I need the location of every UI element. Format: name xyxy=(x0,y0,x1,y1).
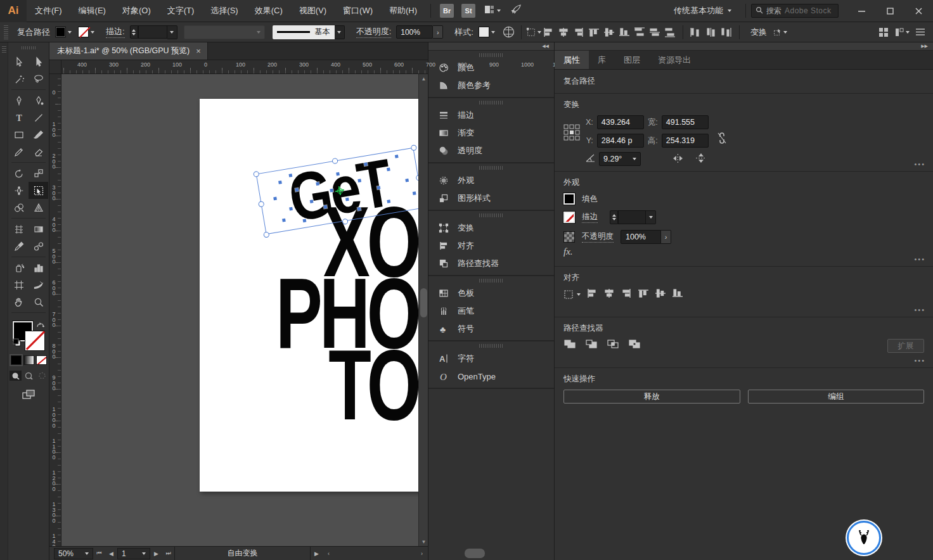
eyedropper-tool[interactable] xyxy=(9,238,29,255)
swap-fill-stroke-icon[interactable] xyxy=(36,321,44,333)
constrain-proportions-icon[interactable] xyxy=(717,132,727,146)
menu-4[interactable]: 选择(S) xyxy=(202,0,246,22)
panel-button-color-guide[interactable]: 颜色参考 xyxy=(428,77,554,94)
distribute-hc-button[interactable] xyxy=(704,25,718,39)
panel-group-grip[interactable] xyxy=(479,213,503,217)
anchor-point[interactable] xyxy=(310,200,314,203)
menu-6[interactable]: 视图(V) xyxy=(291,0,335,22)
recolor-artwork-icon[interactable] xyxy=(501,25,517,40)
reference-point-locator[interactable] xyxy=(563,124,580,143)
group-button[interactable]: 编组 xyxy=(748,390,925,404)
pathfinder-unite-button[interactable] xyxy=(563,339,576,351)
column-graph-tool[interactable] xyxy=(29,259,48,276)
anchor-point[interactable] xyxy=(278,181,282,184)
width-tool[interactable] xyxy=(9,182,29,199)
shape-mode-icon[interactable] xyxy=(876,25,891,40)
align-bottom-button[interactable] xyxy=(672,288,683,300)
anchor-point[interactable] xyxy=(316,182,319,186)
anchor-point[interactable] xyxy=(357,207,361,211)
stroke-weight-chevron[interactable] xyxy=(646,210,656,224)
panel-button-pathfinder-sq[interactable]: 路径查找器 xyxy=(428,255,554,272)
collapse-panels-header[interactable]: ◀◀ xyxy=(428,42,554,51)
anchor-point[interactable] xyxy=(282,219,286,222)
menu-1[interactable]: 编辑(E) xyxy=(70,0,114,22)
more-options-icon[interactable]: ••• xyxy=(914,306,925,314)
direct-selection-tool[interactable] xyxy=(29,53,48,70)
last-artboard-button[interactable]: ⏭ xyxy=(162,548,174,559)
stroke-stepper[interactable] xyxy=(610,210,618,224)
color-button[interactable] xyxy=(11,355,22,365)
share-button[interactable] xyxy=(506,0,527,22)
stroke-label[interactable]: 描边 xyxy=(582,212,598,223)
y-field[interactable]: 284.46 p xyxy=(597,134,644,148)
align-hcenter-button[interactable] xyxy=(603,288,615,300)
stroke-weight-field[interactable] xyxy=(138,25,167,39)
anchor-point[interactable] xyxy=(405,179,409,182)
fill-color-swatch[interactable] xyxy=(563,193,575,205)
panel-menu-icon[interactable] xyxy=(913,25,928,40)
pathfinder-exclude-button[interactable] xyxy=(628,339,641,351)
workspace-menu[interactable]: 传统基本功能 xyxy=(665,5,740,16)
style-swatch[interactable] xyxy=(479,27,489,37)
anchor-point[interactable] xyxy=(289,174,293,177)
scroll-down-icon[interactable]: ▼ xyxy=(419,537,428,546)
flip-horizontal-icon[interactable] xyxy=(672,154,683,165)
stock-search-input[interactable]: 搜索 Adobe Stock xyxy=(751,4,839,18)
opacity-panel-label[interactable]: 不透明度 xyxy=(582,231,614,243)
line-segment-tool[interactable] xyxy=(29,109,48,126)
distribute-top-button[interactable] xyxy=(633,25,647,39)
close-tab-icon[interactable]: × xyxy=(196,46,201,56)
minimize-button[interactable] xyxy=(847,0,876,22)
expand-panels-header[interactable]: ▶▶ xyxy=(555,42,933,51)
draw-normal-button[interactable] xyxy=(10,371,22,381)
shaper-tool[interactable] xyxy=(9,143,29,160)
zoom-tool[interactable] xyxy=(29,293,48,310)
draw-behind-button[interactable] xyxy=(23,371,35,381)
anchor-point[interactable] xyxy=(387,167,390,171)
selection-handle[interactable] xyxy=(253,171,259,177)
align-hcenter-button[interactable] xyxy=(557,25,570,39)
symbol-sprayer-tool[interactable] xyxy=(9,259,29,276)
more-options-icon[interactable]: ••• xyxy=(914,255,925,263)
panel-group-grip[interactable] xyxy=(479,53,503,57)
menu-0[interactable]: 文件(F) xyxy=(27,0,70,22)
dock-edge-strip[interactable] xyxy=(0,42,8,560)
panel-button-align-bars[interactable]: 对齐 xyxy=(428,237,554,255)
vertical-scroll-thumb[interactable] xyxy=(420,288,427,317)
x-field[interactable]: 439.264 xyxy=(597,115,644,129)
opacity-expand-button[interactable]: › xyxy=(433,25,443,39)
canvas-viewport[interactable]: 01 0 02 0 03 0 04 0 05 0 06 0 07 0 08 0 … xyxy=(49,74,428,546)
curvature-tool[interactable] xyxy=(29,92,48,109)
panel-button-transform-sq[interactable]: 变换 xyxy=(428,219,554,237)
align-left-button[interactable] xyxy=(586,288,598,300)
close-button[interactable] xyxy=(904,0,933,22)
eraser-tool[interactable] xyxy=(29,143,48,160)
type-tool[interactable]: T xyxy=(9,109,29,126)
status-display[interactable]: 自由变换 xyxy=(174,547,311,560)
anchor-point[interactable] xyxy=(345,198,349,201)
artboard-tool[interactable] xyxy=(9,276,29,293)
rectangle-tool[interactable] xyxy=(9,126,29,143)
scroll-right-icon[interactable]: › xyxy=(416,548,428,559)
pen-tool[interactable] xyxy=(9,92,29,109)
fill-color-picker[interactable] xyxy=(55,27,72,37)
brush-definition-dropdown[interactable]: 基本 xyxy=(273,25,335,39)
transform-link-label[interactable]: 变换 xyxy=(750,27,767,38)
slice-tool[interactable] xyxy=(29,276,48,293)
blend-tool[interactable] xyxy=(29,238,48,255)
tab-图层[interactable]: 图层 xyxy=(615,51,649,69)
align-top-button[interactable] xyxy=(587,25,601,39)
magic-wand-tool[interactable] xyxy=(9,70,29,87)
shape-builder-tool[interactable] xyxy=(9,199,29,216)
panel-group-grip[interactable] xyxy=(479,101,503,105)
none-button[interactable] xyxy=(36,355,47,365)
align-vcenter-button[interactable] xyxy=(602,25,616,39)
rotation-angle-dropdown[interactable]: 9.29° xyxy=(599,152,641,166)
panel-button-transparency[interactable]: 透明度 xyxy=(428,142,554,160)
horizontal-scrollbar[interactable] xyxy=(335,547,416,560)
anchor-point[interactable] xyxy=(303,219,307,222)
stroke-weight-label[interactable]: 描边: xyxy=(106,26,125,38)
panel-grip[interactable] xyxy=(4,25,8,39)
ruler-origin-corner[interactable] xyxy=(49,60,61,73)
width-field[interactable]: 491.555 xyxy=(662,115,709,129)
